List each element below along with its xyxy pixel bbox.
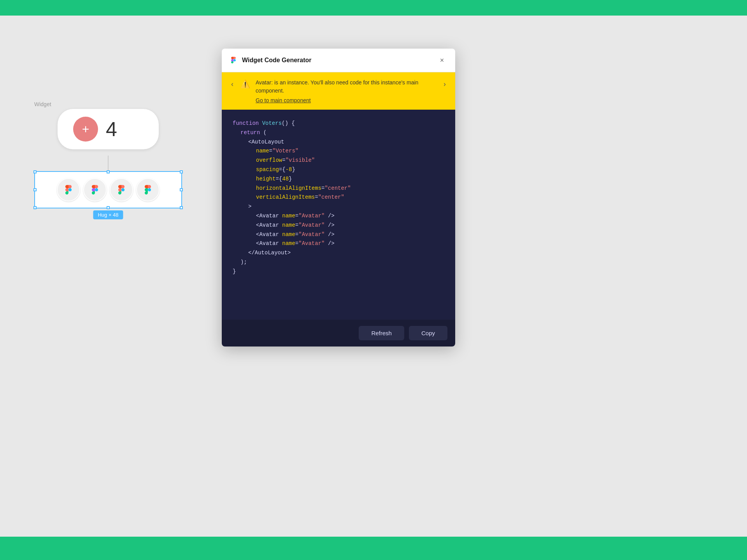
count-value: 4 bbox=[106, 117, 117, 141]
handle-ml[interactable] bbox=[33, 188, 37, 191]
avatar-1 bbox=[57, 178, 80, 201]
top-bar bbox=[0, 0, 747, 16]
code-line-9: verticalAlignItems="center" bbox=[233, 193, 444, 202]
code-line-2: return ( bbox=[233, 128, 444, 138]
code-line-7: height={48} bbox=[233, 175, 444, 184]
code-line-13: <Avatar name="Avatar" /> bbox=[233, 230, 444, 240]
copy-button[interactable]: Copy bbox=[409, 326, 447, 340]
handle-tr[interactable] bbox=[180, 170, 183, 173]
plus-button[interactable]: + bbox=[73, 117, 98, 142]
handle-tl[interactable] bbox=[33, 170, 37, 173]
warning-next-button[interactable]: › bbox=[442, 79, 447, 90]
code-line-12: <Avatar name="Avatar" /> bbox=[233, 221, 444, 230]
code-line-11: <Avatar name="Avatar" /> bbox=[233, 212, 444, 221]
warning-text: Avatar: is an instance. You'll also need… bbox=[256, 79, 437, 103]
modal-header: Widget Code Generator × bbox=[222, 49, 455, 72]
code-line-14: <Avatar name="Avatar" /> bbox=[233, 239, 444, 248]
code-line-1: function Voters() { bbox=[233, 119, 444, 128]
code-line-6: spacing={-8} bbox=[233, 165, 444, 175]
handle-tm[interactable] bbox=[107, 170, 110, 173]
bottom-bar bbox=[0, 537, 747, 560]
code-line-3: <AutoLayout bbox=[233, 138, 444, 147]
handle-bm[interactable] bbox=[107, 206, 110, 209]
avatar-4 bbox=[136, 178, 160, 201]
code-line-17: } bbox=[233, 267, 444, 276]
counter-bubble: + 4 bbox=[58, 109, 159, 149]
code-line-15: </AutoLayout> bbox=[233, 248, 444, 258]
refresh-button[interactable]: Refresh bbox=[359, 326, 404, 340]
warning-prev-button[interactable]: ‹ bbox=[230, 79, 235, 90]
figma-plugin-icon bbox=[230, 56, 237, 64]
code-line-16: ); bbox=[233, 258, 444, 267]
connector-line bbox=[108, 156, 109, 171]
code-line-8: horizontalAlignItems="center" bbox=[233, 184, 444, 193]
canvas-area: Widget + 4 bbox=[0, 16, 747, 537]
widget-container: + 4 bbox=[34, 109, 182, 208]
avatar-3 bbox=[110, 178, 133, 201]
widget-label: Widget bbox=[34, 101, 51, 107]
warning-banner: ‹ ⚠️ Avatar: is an instance. You'll also… bbox=[222, 72, 455, 110]
modal-title: Widget Code Generator bbox=[242, 57, 432, 64]
close-button[interactable]: × bbox=[437, 55, 447, 66]
code-line-10: > bbox=[233, 202, 444, 212]
avatars-row: Hug × 48 bbox=[34, 171, 182, 208]
code-line-4: name="Voters" bbox=[233, 147, 444, 156]
code-area: function Voters() { return ( <AutoLayout… bbox=[222, 110, 455, 320]
warning-message: Avatar: is an instance. You'll also need… bbox=[256, 79, 437, 95]
code-line-5: overflow="visible" bbox=[233, 156, 444, 165]
handle-bl[interactable] bbox=[33, 206, 37, 209]
go-to-main-component-link[interactable]: Go to main component bbox=[256, 97, 437, 103]
avatar-2 bbox=[83, 178, 107, 201]
modal-footer: Refresh Copy bbox=[222, 320, 455, 346]
size-label: Hug × 48 bbox=[93, 210, 123, 219]
handle-mr[interactable] bbox=[180, 188, 183, 191]
warning-icon: ⚠️ bbox=[240, 79, 250, 89]
widget-code-generator-modal: Widget Code Generator × ‹ ⚠️ Avatar: is … bbox=[222, 49, 455, 346]
handle-br[interactable] bbox=[180, 206, 183, 209]
